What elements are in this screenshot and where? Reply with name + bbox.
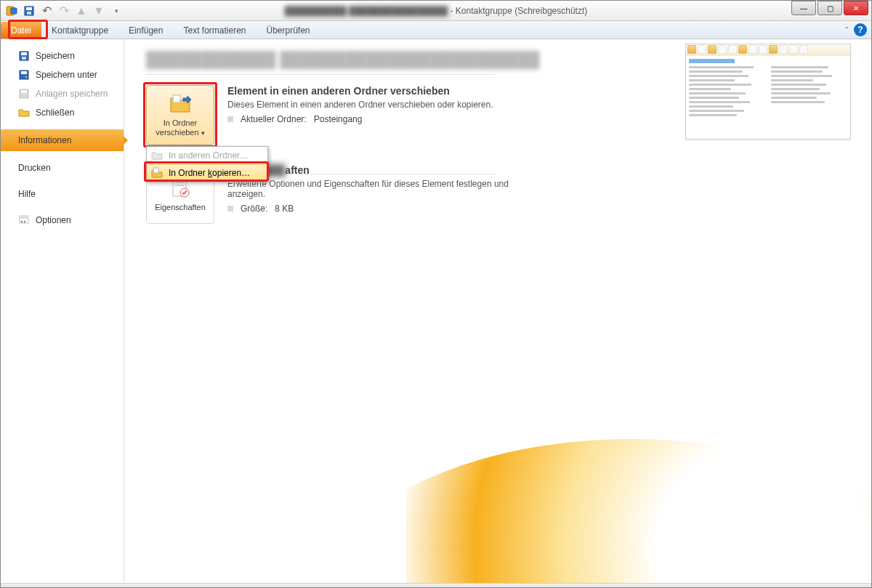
props-heading: ████████aften <box>227 164 533 176</box>
nav-speichern-unter[interactable]: Speichern unter <box>1 65 124 84</box>
window-title: ██████████ ████████████████ - Kontaktgru… <box>1 6 871 16</box>
maximize-button[interactable]: ▢ <box>818 1 842 15</box>
nav-hilfe[interactable]: Hilfe <box>1 185 124 204</box>
nav-anlagen-speichern: Anlagen speichern <box>1 84 124 103</box>
svg-rect-11 <box>21 90 27 93</box>
help-icon[interactable]: ? <box>854 23 867 36</box>
save-icon <box>18 50 30 62</box>
quick-access-toolbar: ↶ ↷ ▲ ▼ ▾ <box>1 4 124 18</box>
preview-toolbar <box>686 44 850 56</box>
size-value: 8 KB <box>275 204 294 214</box>
bullet-icon <box>227 206 233 212</box>
move-desc: Dieses Element in einen anderen Ordner v… <box>227 100 493 110</box>
size-row: Größe: 8 KB <box>227 204 533 214</box>
move-dropdown: In anderen Ordner… In Ordner kopieren… <box>146 146 268 182</box>
svg-rect-20 <box>175 185 184 186</box>
svg-rect-9 <box>21 71 27 74</box>
folder-copy-icon <box>151 167 163 179</box>
nav-schliessen[interactable]: Schließen <box>1 103 124 122</box>
svg-rect-17 <box>153 168 158 173</box>
status-bar <box>1 583 871 587</box>
bullet-icon <box>227 116 233 122</box>
nav-label: Schließen <box>36 108 74 118</box>
ribbon-tabs: Datei Kontaktgruppe Einfügen Text format… <box>1 21 871 39</box>
attachment-save-icon <box>18 88 30 100</box>
qat-customize-icon[interactable]: ▾ <box>108 4 124 18</box>
props-section-body: ████████aften Erweiterte Optionen und Ei… <box>227 164 533 214</box>
nav-label: Speichern unter <box>36 70 97 80</box>
folder-close-icon <box>18 107 30 118</box>
nav-label: Speichern <box>36 51 75 61</box>
next-icon[interactable]: ▼ <box>91 4 107 18</box>
folder-value: Posteingang <box>314 114 363 124</box>
nav-label: Hilfe <box>18 189 36 199</box>
nav-informationen[interactable]: Informationen <box>1 129 124 151</box>
backstage-content: ████████████ ████████████████████████ In… <box>124 39 871 584</box>
folder-label: Aktueller Ordner: <box>241 114 307 124</box>
nav-speichern[interactable]: Speichern <box>1 47 124 65</box>
svg-rect-1 <box>11 8 17 14</box>
svg-rect-6 <box>21 52 27 55</box>
svg-rect-3 <box>26 7 32 10</box>
backstage-left-nav: Speichern Speichern unter Anlagen speich… <box>1 39 124 584</box>
save-as-icon <box>18 69 30 81</box>
tab-einfuegen[interactable]: Einfügen <box>118 22 173 39</box>
current-folder-row: Aktueller Ordner: Posteingang <box>227 114 493 124</box>
title-bar: ↶ ↷ ▲ ▼ ▾ ██████████ ████████████████ - … <box>1 1 871 21</box>
move-heading: Element in einen anderen Ordner verschie… <box>227 85 493 97</box>
nav-optionen[interactable]: Optionen <box>1 211 124 230</box>
nav-drucken[interactable]: Drucken <box>1 158 124 177</box>
menu-other-folder: In anderen Ordner… <box>147 147 267 164</box>
menu-label: In anderen Ordner… <box>169 150 249 161</box>
minimize-button[interactable]: — <box>791 1 816 15</box>
undo-icon[interactable]: ↶ <box>39 4 54 18</box>
divider <box>146 74 495 75</box>
item-preview-thumbnail <box>685 44 851 140</box>
tab-datei[interactable]: Datei <box>1 22 41 39</box>
svg-rect-7 <box>22 57 26 60</box>
move-button-label: In Ordner verschieben ▾ <box>156 118 204 137</box>
save-icon[interactable] <box>21 4 37 18</box>
svg-point-14 <box>21 221 23 222</box>
previous-icon[interactable]: ▲ <box>73 4 89 18</box>
svg-rect-4 <box>27 12 31 15</box>
svg-rect-13 <box>20 217 28 219</box>
tab-ueberpruefen[interactable]: Überprüfen <box>257 22 320 39</box>
props-desc: Erweiterte Optionen und Eigenschaften fü… <box>227 179 533 199</box>
options-icon <box>18 214 30 226</box>
move-to-folder-button[interactable]: In Ordner verschieben ▾ <box>146 85 214 145</box>
close-button[interactable]: ✕ <box>844 1 868 15</box>
nav-label: Optionen <box>36 215 71 225</box>
nav-label: Drucken <box>18 163 51 173</box>
tab-textformatieren[interactable]: Text formatieren <box>173 22 256 39</box>
menu-copy-to-folder[interactable]: In Ordner kopieren… <box>147 164 267 182</box>
nav-label: Informationen <box>18 135 71 145</box>
decorative-swoosh <box>406 410 871 584</box>
svg-point-15 <box>24 221 25 222</box>
move-section-body: Element in einen anderen Ordner verschie… <box>227 85 493 124</box>
size-label: Größe: <box>241 204 267 214</box>
redo-icon[interactable]: ↷ <box>56 4 72 18</box>
svg-rect-16 <box>173 95 180 102</box>
tab-kontaktgruppe[interactable]: Kontaktgruppe <box>41 22 118 39</box>
ribbon-collapse-icon[interactable]: ⌃ <box>844 25 849 33</box>
outlook-icon[interactable] <box>4 4 20 18</box>
window-controls: — ▢ ✕ <box>791 1 868 15</box>
folder-other-icon <box>151 150 163 161</box>
menu-label: In Ordner kopieren… <box>169 168 250 178</box>
backstage-view: Speichern Speichern unter Anlagen speich… <box>1 39 871 584</box>
folder-move-icon <box>169 92 192 116</box>
properties-button-label: Eigenschaften <box>155 203 206 212</box>
nav-label: Anlagen speichern <box>36 89 108 99</box>
